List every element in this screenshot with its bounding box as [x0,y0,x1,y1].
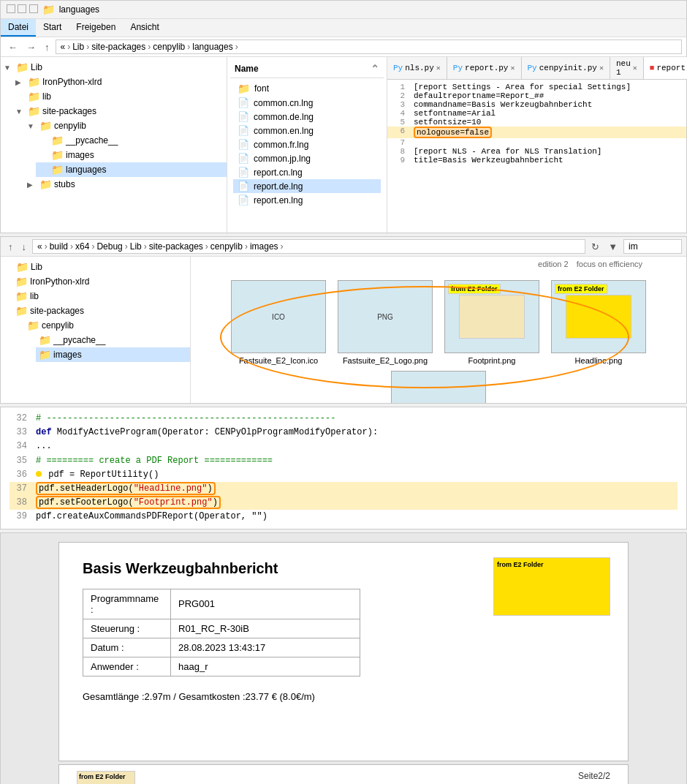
tab-close-report-py[interactable]: ✕ [510,64,515,72]
bc-cenpylib[interactable]: cenpylib [153,42,185,52]
edition-badge: edition 2 focus on efficiency [538,260,642,268]
pdf-row-anwender: Anwender : haag_r [83,657,360,676]
tab-close-nls[interactable]: ✕ [436,64,441,72]
file-report-en[interactable]: 📄 report.en.lng [233,193,381,207]
menu-freigeben[interactable]: Freigeben [69,19,123,37]
thumb-footprint[interactable]: from E2 Folder Footprint.png [444,280,539,365]
menu-ansicht[interactable]: Ansicht [123,19,166,37]
pdf-preview-section: from E2 Folder Basis Werkzeugbahnbericht… [0,532,687,785]
thumb-icon-ico[interactable]: ICO Fastsuite_E2_Icon.ico [231,280,326,365]
pdf-value-programmname: PRG001 [171,589,360,619]
code-line-38: 38 pdf.setFooterLogo("Footprint.png") [10,496,677,510]
images-content: edition 2 focus on efficiency ICO Fastsu… [191,257,686,403]
footprint-image [459,295,525,339]
thumb-label-footprint: Footprint.png [468,356,516,365]
extra-thumb-row [197,371,680,403]
tree-item-lib-inner[interactable]: 📁 lib [12,89,227,104]
folder-icon: 📁 [42,4,55,15]
search-input-2[interactable] [623,239,682,254]
menu-start[interactable]: Start [36,19,69,37]
code-line-4: 4 setfontname=Arial [387,109,686,118]
footprint-footer-img: from E2 Folder [77,771,135,785]
file-common-de[interactable]: 📄 common.de.lng [233,110,381,124]
tree-item-pycache[interactable]: 📁 __pycache__ [36,133,227,148]
tab-report-de-lng[interactable]: ■ report.de.lng ✕ [644,57,687,79]
explorer-window-1: 📁 languages Datei Start Freigeben Ansich… [0,0,687,233]
file-report-cn[interactable]: 📄 report.cn.lng [233,165,381,179]
bc-languages[interactable]: languages [192,42,232,52]
pdf-footer-area: from E2 Folder Seite2/2 [58,764,629,785]
code-editor-2: 32 # -----------------------------------… [0,407,687,529]
file-common-en[interactable]: 📄 common.en.lng [233,124,381,137]
tab-cenpyinit[interactable]: Py cenpyinit.py ✕ [522,57,610,79]
tab-neu1[interactable]: neu 1 ✕ [610,57,644,79]
pdf-label-datum: Datum : [83,638,171,657]
back-button[interactable]: ← [5,40,20,54]
tree-item-lib[interactable]: ▼ 📁 Lib [1,60,227,75]
thumbnails-area: ICO Fastsuite_E2_Icon.ico PNG Fastsuite_… [197,263,680,365]
tree-item-stubs[interactable]: ▶ 📁 stubs [24,177,227,192]
file-common-fr[interactable]: 📄 common.fr.lng [233,137,381,151]
tree-pane-1: ▼ 📁 Lib ▶ 📁 IronPython-xlrd 📁 lib ▼ 📁 si… [1,57,227,233]
forward-button[interactable]: → [23,40,39,54]
thumb-label-logo: Fastsuite_E2_Logo.png [343,356,428,365]
pdf-summary: Gesamtlänge :2.97m / Gesamtkosten :23.77… [83,691,604,702]
tree2-lib[interactable]: 📁 Lib [1,260,190,274]
refresh-button-2[interactable]: ↻ [588,240,602,254]
menu-datei[interactable]: Datei [1,19,36,37]
maximize-icon[interactable] [18,4,26,13]
pdf-label-anwender: Anwender : [83,657,171,676]
code-line-9: 9 title=Basis Werkzeugbahnbericht [387,156,686,165]
tree2-site-packages[interactable]: 📁 site-packages [12,304,190,318]
name-column-header: Name [235,64,259,74]
tree2-images[interactable]: 📁 images [36,347,190,362]
tree2-pycache[interactable]: 📁 __pycache__ [36,333,190,347]
code-line-5: 5 setfontsize=10 [387,118,686,127]
tree2-lib-inner[interactable]: 📁 lib [12,289,190,304]
thumb-logo-png[interactable]: PNG Fastsuite_E2_Logo.png [338,280,433,365]
tree-item-site-packages[interactable]: ▼ 📁 site-packages [12,104,227,118]
pdf-headline-box: from E2 Folder [493,557,610,616]
editor-content-1: 1 [report Settings - Area for special Se… [387,80,686,167]
file-header: Name ⌃ [230,60,384,78]
file-common-cn[interactable]: 📄 common.cn.lng [233,96,381,110]
file-pane-1: Name ⌃ 📁 font 📄 common.cn.lng 📄 common.d… [227,57,387,233]
bc-lib[interactable]: Lib [72,42,84,52]
minimize-icon[interactable] [7,4,15,13]
breadcrumb-1[interactable]: « › Lib › site-packages › cenpylib › lan… [56,39,683,54]
tree-item-languages[interactable]: 📁 languages [36,162,227,177]
tree2-ironpython[interactable]: 📁 IronPython-xlrd [12,274,190,289]
code-line-39: 39 pdf.createAuxCommandsPDFReport(Operat… [10,510,677,524]
tree-item-cenpylib[interactable]: ▼ 📁 cenpylib [24,118,227,133]
back-button-2[interactable]: ↑ [5,240,16,254]
tab-close-neu1[interactable]: ✕ [633,64,637,72]
tree-item-ironpython[interactable]: ▶ 📁 IronPython-xlrd [12,75,227,89]
tree-item-images[interactable]: 📁 images [36,148,227,162]
up-button-2[interactable]: ↓ [19,240,30,254]
thumb-extra[interactable] [391,371,486,403]
pdf-label-steuerung: Steuerung : [83,619,171,638]
address-bar-1: ← → ↑ « › Lib › site-packages › cenpylib… [1,37,686,57]
tab-nls-py[interactable]: Py nls.py ✕ [387,57,447,79]
pdf-row-datum: Datum : 28.08.2023 13:43:17 [83,638,360,657]
breadcrumb-2[interactable]: « › build › x64 › Debug › Lib › site-pac… [32,239,585,254]
file-report-de[interactable]: 📄 report.de.lng [233,179,381,193]
up-button[interactable]: ↑ [42,40,53,54]
pdf-row-steuerung: Steuerung : R01_RC_R-30iB [83,619,360,638]
file-font[interactable]: 📁 font [233,81,381,96]
py-icon: Py [393,64,403,72]
close-icon[interactable] [29,4,38,13]
expand-icon[interactable]: ⌃ [371,63,379,75]
tab-close-cenpyinit[interactable]: ✕ [599,64,604,72]
from-e2-badge-footprint: from E2 Folder [448,284,501,294]
dropdown-button-2[interactable]: ▼ [605,240,620,254]
lng-icon: 📄 [238,181,249,192]
tree2-cenpylib[interactable]: 📁 cenpylib [24,318,190,333]
tab-report-py[interactable]: Py report.py ✕ [447,57,522,79]
py-icon: Py [453,64,463,72]
code-block-2: 32 # -----------------------------------… [1,407,686,529]
code-line-37: 37 pdf.setHeaderLogo("Headline.png") [10,482,677,496]
bc-site-packages[interactable]: site-packages [91,42,145,52]
thumb-headline[interactable]: from E2 Folder Headline.png [551,280,646,365]
file-common-jp[interactable]: 📄 common.jp.lng [233,151,381,165]
